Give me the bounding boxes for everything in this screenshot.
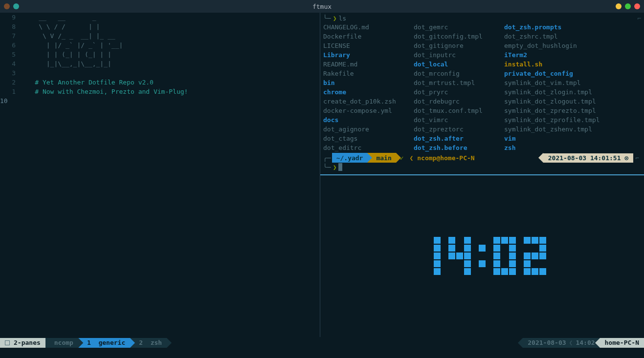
file-entry: symlink_dot_zshenv.tmpl xyxy=(504,125,600,134)
file-entry: iTerm2 xyxy=(504,50,600,60)
cursor-block xyxy=(338,163,342,171)
shell-prompt-current[interactable]: ╰─❯ xyxy=(323,163,641,171)
file-entry: dot_zsh.prompts xyxy=(504,22,600,32)
file-entry: symlink_dot_zprofile.tmpl xyxy=(504,115,600,125)
file-entry: dot_ctags xyxy=(323,134,406,143)
file-entry: zsh xyxy=(504,143,600,152)
pane-right: ╰─❯ ls ⌐ CHANGELOG.mdDockerfileLICENSELi… xyxy=(320,13,644,337)
file-entry: bin xyxy=(323,78,406,87)
file-entry: dot_gitignore xyxy=(414,41,496,50)
shell-command: ls xyxy=(338,14,346,23)
file-entry: dot_mrtrust.tmpl xyxy=(414,78,496,87)
file-entry: CHANGELOG.md xyxy=(323,22,406,32)
file-entry: README.md xyxy=(323,60,406,69)
window-titlebar: ftmux xyxy=(0,0,644,13)
tmux-panes: 9 __ __ _8 \ \ / / | |7 \ V /_ _ __| |_ … xyxy=(0,13,644,337)
powerline-path-segment: ~/~/.yadr.yadr xyxy=(332,153,368,163)
file-entry: dot_zshrc.tmpl xyxy=(504,32,600,41)
window-title: ftmux xyxy=(0,2,644,11)
file-entry: empty_dot_hushlogin xyxy=(504,41,600,50)
corner-bottom-icon: ⌐ xyxy=(633,153,641,163)
file-entry: dot_pryrc xyxy=(414,87,496,97)
ls-output: CHANGELOG.mdDockerfileLICENSELibraryREAD… xyxy=(323,22,641,152)
corner-glyph-icon: ⌐ xyxy=(637,14,641,23)
file-entry: create_dot_p10k.zsh xyxy=(323,97,406,106)
powerline-time-segment: 2021-08-03 14:01:51 ⊙ xyxy=(543,153,633,163)
file-entry: dot_gitconfig.tmpl xyxy=(414,32,496,41)
file-entry: private_dot_config xyxy=(504,69,600,78)
clock-display xyxy=(418,236,547,275)
file-entry: docker-compose.yml xyxy=(323,106,406,115)
file-entry: dot_zsh.before xyxy=(414,143,496,152)
tmux-window-inactive[interactable]: 2 zsh xyxy=(130,338,167,348)
file-entry: dot_editrc xyxy=(323,143,406,152)
tmux-window-active[interactable]: 1 generic xyxy=(78,338,130,348)
file-entry: LICENSE xyxy=(323,41,406,50)
file-entry: Rakefile xyxy=(323,69,406,78)
file-entry: dot_agignore xyxy=(323,125,406,134)
tmux-date-segment: 2021-08-0314:02 xyxy=(523,338,600,348)
tmux-session-segment[interactable]: 2-panes xyxy=(0,338,45,348)
file-entry: install.sh xyxy=(504,60,600,69)
pane-editor[interactable]: 9 __ __ _8 \ \ / / | |7 \ V /_ _ __| |_ … xyxy=(0,13,320,337)
tmux-user-segment: ncomp xyxy=(45,338,78,348)
file-entry: Library xyxy=(323,50,406,60)
file-entry: symlink_dot_vim.tmpl xyxy=(504,78,600,87)
file-entry: Dockerfile xyxy=(323,32,406,41)
file-entry: symlink_dot_zlogout.tmpl xyxy=(504,97,600,106)
tmux-statusbar: 2-panes ncomp 1 generic 2 zsh 2021-08-03… xyxy=(0,337,644,347)
file-entry: chrome xyxy=(323,87,406,97)
file-entry: vim xyxy=(504,134,600,143)
file-entry: dot_local xyxy=(414,60,496,69)
shell-prompt-prev: ╰─❯ ls ⌐ xyxy=(323,14,641,22)
pane-clock xyxy=(320,175,644,336)
file-entry: dot_tmux.conf.tmpl xyxy=(414,106,496,115)
file-entry: dot_mrconfig xyxy=(414,69,496,78)
shell-powerline: ╭─ ~/~/.yadr.yadr main ✓ ❮ ncomp@home-PC… xyxy=(323,153,641,163)
file-entry: symlink_dot_zprezto.tmpl xyxy=(504,106,600,115)
file-entry: dot_gemrc xyxy=(414,22,496,32)
file-entry: dot_zpreztorc xyxy=(414,125,496,134)
session-icon xyxy=(5,340,10,345)
file-entry: docs xyxy=(323,115,406,125)
tmux-host-segment: home-PC-N xyxy=(600,338,644,348)
file-entry: symlink_dot_zlogin.tmpl xyxy=(504,87,600,97)
file-entry: dot_vimrc xyxy=(414,115,496,125)
file-entry: dot_inputrc xyxy=(414,50,496,60)
powerline-user-segment: ❮ ncomp@home-PC-N xyxy=(404,153,475,163)
file-entry: dot_rdebugrc xyxy=(414,97,496,106)
pane-shell[interactable]: ╰─❯ ls ⌐ CHANGELOG.mdDockerfileLICENSELi… xyxy=(320,13,644,175)
file-entry: dot_zsh.after xyxy=(414,134,496,143)
